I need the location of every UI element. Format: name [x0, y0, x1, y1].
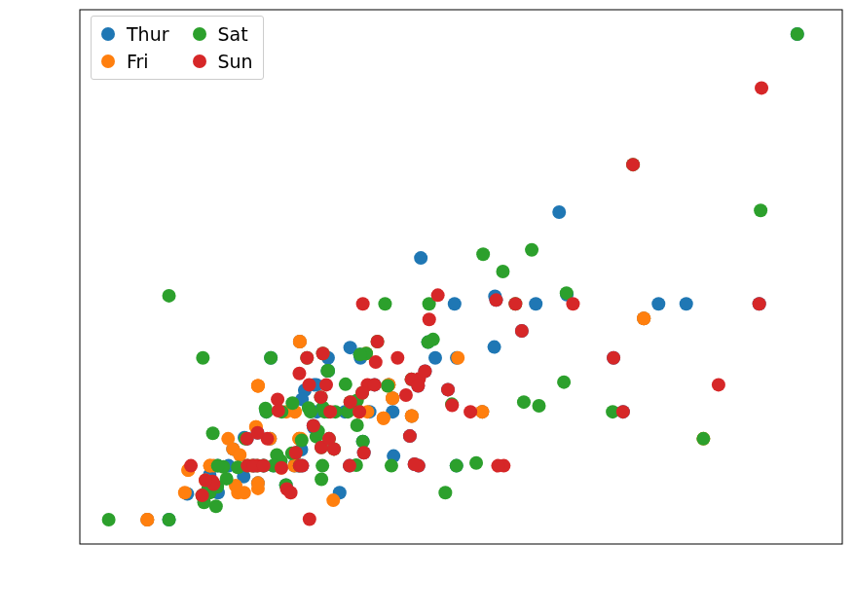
svg-point-271 [357, 446, 371, 459]
svg-point-259 [489, 293, 502, 307]
svg-point-276 [390, 351, 404, 365]
legend-item-sun: Sun [193, 50, 253, 73]
svg-point-119 [293, 335, 307, 348]
svg-point-209 [163, 513, 176, 526]
svg-point-266 [295, 459, 309, 473]
svg-point-176 [754, 203, 767, 217]
svg-point-118 [140, 513, 154, 526]
svg-point-267 [368, 378, 382, 391]
legend-column: Sat Sun [193, 22, 253, 73]
svg-point-88 [451, 351, 464, 365]
svg-point-199 [353, 347, 367, 361]
svg-point-288 [250, 426, 264, 440]
legend-label: Fri [127, 50, 149, 73]
legend: Thur Fri Sat Sun [91, 16, 264, 80]
svg-point-264 [343, 459, 356, 473]
legend-dot-sun [193, 54, 206, 68]
legend-label: Sat [218, 22, 248, 46]
svg-point-257 [607, 351, 620, 365]
svg-point-13 [414, 251, 427, 265]
legend-dot-sat [193, 27, 206, 41]
legend-item-thur: Thur [101, 22, 169, 46]
svg-point-203 [260, 405, 274, 418]
svg-point-113 [326, 493, 340, 507]
svg-point-164 [525, 243, 538, 257]
svg-point-217 [476, 247, 490, 261]
svg-point-165 [469, 456, 483, 470]
svg-point-279 [616, 405, 630, 418]
svg-point-222 [303, 512, 316, 525]
svg-point-195 [381, 380, 394, 393]
svg-point-265 [753, 297, 766, 310]
svg-point-219 [385, 459, 398, 473]
svg-point-280 [408, 457, 422, 471]
svg-point-233 [566, 297, 579, 310]
svg-point-220 [315, 472, 328, 486]
legend-dot-fri [101, 54, 115, 68]
svg-point-120 [386, 391, 399, 405]
svg-point-270 [411, 380, 425, 393]
legend-item-sat: Sat [193, 22, 253, 46]
svg-point-256 [289, 446, 303, 459]
svg-point-174 [438, 486, 452, 499]
svg-point-251 [315, 390, 328, 404]
svg-point-8 [529, 297, 542, 310]
svg-point-210 [517, 395, 531, 409]
svg-point-254 [327, 442, 341, 455]
svg-point-172 [339, 378, 352, 391]
svg-point-204 [163, 289, 176, 303]
svg-point-241 [355, 386, 369, 400]
svg-point-269 [257, 459, 271, 473]
svg-point-21 [448, 297, 462, 310]
svg-point-131 [377, 412, 390, 425]
svg-point-243 [626, 158, 640, 171]
chart-canvas [0, 0, 853, 616]
svg-point-184 [102, 513, 116, 526]
svg-point-207 [791, 27, 804, 41]
svg-point-278 [441, 382, 455, 396]
legend-label: Thur [127, 22, 169, 46]
svg-point-258 [403, 429, 417, 443]
svg-point-262 [307, 419, 320, 433]
legend-item-fri: Fri [101, 50, 169, 73]
svg-point-216 [557, 376, 571, 389]
svg-point-132 [405, 410, 419, 423]
svg-point-237 [369, 355, 383, 369]
scatter-chart: Thur Fri Sat Sun [0, 0, 853, 616]
legend-dot-thur [101, 27, 115, 41]
svg-point-109 [251, 476, 265, 489]
svg-point-112 [178, 486, 192, 499]
svg-point-284 [199, 474, 212, 488]
svg-point-275 [319, 378, 333, 391]
svg-point-218 [450, 459, 464, 473]
svg-point-81 [680, 297, 693, 310]
svg-point-227 [423, 312, 436, 326]
svg-point-230 [275, 461, 288, 475]
svg-point-126 [251, 380, 265, 393]
svg-point-188 [304, 405, 317, 418]
svg-point-290 [418, 365, 431, 379]
svg-point-239 [292, 367, 306, 380]
svg-point-225 [399, 388, 413, 402]
svg-point-229 [445, 398, 459, 412]
svg-point-281 [491, 459, 504, 473]
svg-point-285 [712, 378, 725, 391]
svg-point-202 [264, 351, 278, 365]
svg-point-289 [352, 405, 366, 418]
legend-label: Sun [218, 50, 253, 73]
svg-point-212 [532, 399, 545, 413]
svg-point-192 [209, 499, 223, 513]
svg-point-206 [211, 459, 225, 473]
svg-point-52 [428, 351, 442, 365]
svg-point-168 [206, 426, 220, 440]
svg-point-272 [515, 324, 529, 338]
svg-point-138 [351, 418, 364, 432]
svg-point-121 [637, 311, 650, 325]
svg-point-283 [755, 81, 768, 94]
svg-point-236 [272, 404, 285, 417]
svg-point-277 [284, 486, 298, 499]
svg-point-248 [371, 335, 385, 348]
svg-point-228 [184, 459, 198, 473]
svg-point-201 [320, 364, 334, 378]
svg-point-163 [378, 297, 391, 310]
